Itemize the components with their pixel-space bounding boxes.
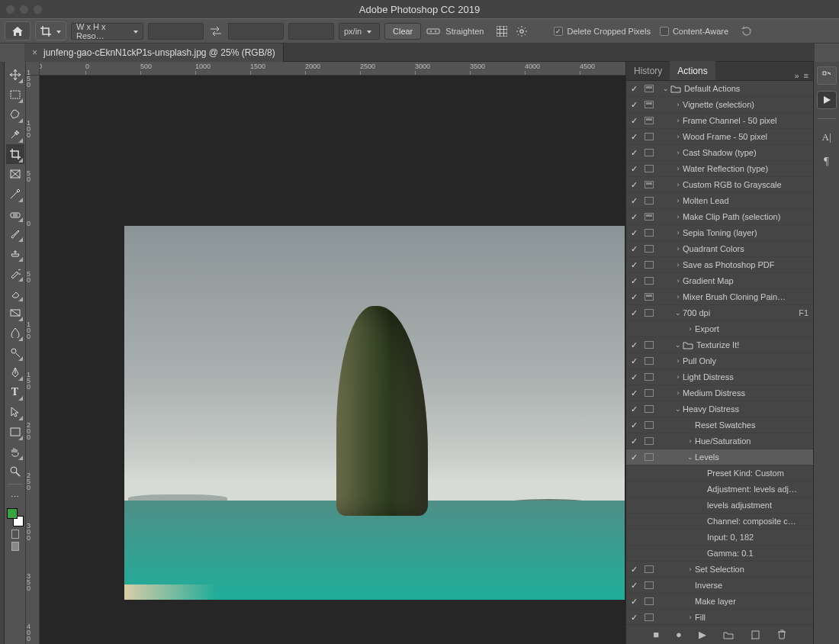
- action-row[interactable]: ✓›Vignette (selection): [626, 97, 813, 113]
- close-document-icon[interactable]: ×: [32, 47, 37, 58]
- action-dialog-toggle[interactable]: [641, 197, 657, 204]
- action-row[interactable]: ✓›Frame Channel - 50 pixel: [626, 113, 813, 129]
- action-row[interactable]: ✓›Sepia Toning (layer): [626, 225, 813, 241]
- action-dialog-toggle[interactable]: [641, 389, 657, 397]
- action-row[interactable]: Adjustment: levels adj…: [626, 481, 813, 497]
- chevron-right-icon[interactable]: ›: [673, 357, 683, 365]
- delete-cropped-checkbox[interactable]: [554, 27, 563, 36]
- brush-tool[interactable]: [6, 224, 24, 243]
- action-toggle-check[interactable]: ✓: [626, 260, 641, 270]
- action-toggle-check[interactable]: ✓: [626, 148, 641, 158]
- horizontal-ruler[interactable]: 500050010001500200025003000350040004500: [40, 62, 625, 76]
- edit-toolbar-icon[interactable]: ⋯: [6, 487, 24, 507]
- action-toggle-check[interactable]: ✓: [626, 356, 641, 366]
- action-toggle-check[interactable]: ✓: [626, 613, 641, 623]
- frame-tool[interactable]: [6, 164, 24, 184]
- zoom-tool[interactable]: [6, 462, 24, 481]
- chevron-right-icon[interactable]: ›: [673, 213, 683, 221]
- maximize-window-icon[interactable]: [34, 5, 42, 14]
- crop-resolution-input[interactable]: [288, 23, 334, 40]
- content-aware-checkbox[interactable]: [660, 27, 669, 36]
- screen-mode-toggle[interactable]: [6, 542, 24, 551]
- action-dialog-toggle[interactable]: [641, 261, 657, 269]
- marquee-tool[interactable]: [6, 85, 24, 105]
- action-dialog-toggle[interactable]: [641, 453, 657, 461]
- record-icon[interactable]: ●: [676, 629, 682, 640]
- shape-tool[interactable]: [6, 422, 24, 442]
- tab-actions[interactable]: Actions: [670, 61, 715, 80]
- action-row[interactable]: ✓⌄Levels: [626, 449, 813, 465]
- action-row[interactable]: ✓›Molten Lead: [626, 193, 813, 209]
- dodge-tool[interactable]: [6, 343, 24, 362]
- trash-icon[interactable]: [777, 630, 786, 639]
- action-dialog-toggle[interactable]: [641, 293, 657, 301]
- eyedropper-tool[interactable]: [6, 184, 24, 204]
- quick-mask-toggle[interactable]: [6, 530, 24, 539]
- crop-width-input[interactable]: [148, 23, 204, 40]
- action-row[interactable]: ✓›Wood Frame - 50 pixel: [626, 129, 813, 145]
- action-toggle-check[interactable]: ✓: [626, 452, 641, 462]
- action-toggle-check[interactable]: ✓: [626, 597, 641, 607]
- action-row[interactable]: ✓Make layer: [626, 594, 813, 610]
- action-row[interactable]: ✓›Light Distress: [626, 369, 813, 385]
- action-toggle-check[interactable]: ✓: [626, 100, 641, 110]
- crop-ratio-preset-dropdown[interactable]: W x H x Reso…: [71, 23, 143, 40]
- action-toggle-check[interactable]: ✓: [626, 292, 641, 302]
- dock-button-presets[interactable]: [817, 66, 837, 85]
- chevron-right-icon[interactable]: ›: [673, 245, 683, 253]
- action-dialog-toggle[interactable]: [641, 565, 657, 573]
- action-dialog-toggle[interactable]: [641, 405, 657, 413]
- action-row[interactable]: ✓⌄Default Actions: [626, 81, 813, 97]
- clone-stamp-tool[interactable]: [6, 243, 24, 263]
- clear-button[interactable]: Clear: [384, 23, 421, 40]
- action-toggle-check[interactable]: ✓: [626, 420, 641, 430]
- action-row[interactable]: ✓›Mixer Brush Cloning Pain…: [626, 289, 813, 305]
- action-dialog-toggle[interactable]: [641, 213, 657, 221]
- action-dialog-toggle[interactable]: [641, 581, 657, 589]
- crop-height-input[interactable]: [228, 23, 284, 40]
- action-row[interactable]: ✓›Quadrant Colors: [626, 241, 813, 257]
- action-toggle-check[interactable]: ✓: [626, 308, 641, 318]
- new-set-folder-icon[interactable]: [723, 630, 734, 639]
- dock-button-character[interactable]: A|: [817, 128, 837, 147]
- action-toggle-check[interactable]: ✓: [626, 340, 641, 350]
- panel-collapse-icon[interactable]: »: [794, 71, 799, 80]
- lasso-tool[interactable]: [6, 105, 24, 124]
- action-toggle-check[interactable]: ✓: [626, 212, 641, 222]
- magic-wand-tool[interactable]: [6, 124, 24, 144]
- chevron-right-icon[interactable]: ›: [673, 101, 683, 108]
- action-toggle-check[interactable]: ✓: [626, 388, 641, 398]
- color-swatches[interactable]: [7, 508, 24, 526]
- play-icon[interactable]: ▶: [699, 629, 706, 640]
- action-row[interactable]: ✓›Make Clip Path (selection): [626, 209, 813, 225]
- minimize-window-icon[interactable]: [20, 5, 28, 14]
- action-row[interactable]: ✓›Water Reflection (type): [626, 161, 813, 177]
- close-window-icon[interactable]: [6, 5, 14, 14]
- action-toggle-check[interactable]: ✓: [626, 116, 641, 126]
- action-dialog-toggle[interactable]: [641, 117, 657, 124]
- chevron-right-icon[interactable]: ›: [686, 613, 695, 621]
- healing-brush-tool[interactable]: [6, 204, 24, 224]
- action-row[interactable]: ✓Inverse: [626, 578, 813, 594]
- action-dialog-toggle[interactable]: [641, 597, 657, 605]
- action-toggle-check[interactable]: ✓: [626, 565, 641, 575]
- straighten-icon[interactable]: [426, 23, 441, 40]
- chevron-right-icon[interactable]: ›: [686, 325, 695, 333]
- action-row[interactable]: ✓⌄700 dpiF1: [626, 305, 813, 321]
- foreground-color-swatch[interactable]: [7, 508, 18, 519]
- blur-tool[interactable]: [6, 323, 24, 343]
- home-button[interactable]: [5, 21, 31, 40]
- action-dialog-toggle[interactable]: [641, 165, 657, 172]
- action-dialog-toggle[interactable]: [641, 229, 657, 237]
- action-toggle-check[interactable]: ✓: [626, 372, 641, 382]
- reset-crop-icon[interactable]: [739, 24, 754, 39]
- chevron-right-icon[interactable]: ›: [673, 277, 683, 285]
- action-toggle-check[interactable]: ✓: [626, 404, 641, 414]
- crop-tool-indicator[interactable]: [35, 21, 66, 40]
- action-dialog-toggle[interactable]: [641, 341, 657, 349]
- dock-button-paragraph[interactable]: ¶: [817, 153, 837, 171]
- action-dialog-toggle[interactable]: [641, 373, 657, 381]
- eraser-tool[interactable]: [6, 283, 24, 303]
- action-dialog-toggle[interactable]: [641, 149, 657, 156]
- action-row[interactable]: ›Export: [626, 321, 813, 337]
